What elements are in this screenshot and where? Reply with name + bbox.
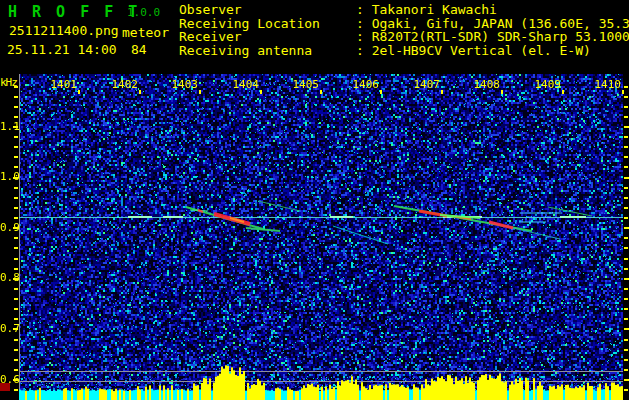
axis-tick	[624, 197, 628, 199]
axis-tick	[14, 156, 18, 158]
info-separator: :	[356, 44, 372, 58]
axis-tick	[624, 126, 629, 128]
axis-tick	[441, 90, 443, 94]
axis-tick	[624, 389, 628, 391]
freq-tick-label: 0.9	[0, 222, 14, 233]
info-label: Receiving Location	[179, 17, 356, 31]
info-row-observer: Observer: Takanori Kawachi	[179, 3, 629, 17]
axis-tick	[624, 318, 628, 320]
info-separator: :	[356, 30, 372, 44]
axis-tick	[624, 96, 628, 98]
axis-tick	[260, 90, 262, 94]
axis-tick	[14, 207, 18, 209]
axis-tick	[14, 288, 18, 290]
axis-tick	[14, 187, 18, 189]
axis-tick	[624, 359, 628, 361]
axis-tick	[624, 349, 628, 351]
freq-tick-label: 0.6	[0, 374, 14, 385]
freq-tick-label: 1.1	[0, 121, 14, 132]
axis-tick	[14, 146, 18, 148]
axis-tick	[624, 146, 628, 148]
axis-tick	[320, 90, 322, 94]
freq-tick-label: 1.0	[0, 171, 14, 182]
axis-tick	[14, 308, 18, 310]
axis-tick	[624, 308, 628, 310]
axis-tick	[14, 136, 18, 138]
info-label: Receiver	[179, 30, 356, 44]
axis-tick	[14, 359, 18, 361]
axis-tick	[624, 379, 629, 381]
axis-tick	[14, 258, 18, 260]
freq-tick-label: 0.7	[0, 323, 14, 334]
axis-tick	[624, 116, 628, 118]
axis-tick	[14, 318, 18, 320]
axis-tick	[624, 207, 628, 209]
axis-tick	[14, 106, 18, 108]
info-label: Receiving antenna	[179, 44, 356, 58]
axis-tick	[624, 166, 628, 168]
time-tick-label: 1404	[227, 79, 259, 90]
time-tick-label: 1401	[45, 79, 77, 90]
time-tick-label: 1406	[347, 79, 379, 90]
axis-tick	[624, 106, 628, 108]
time-tick-label: 1408	[468, 79, 500, 90]
axis-tick	[562, 90, 564, 94]
axis-tick	[624, 227, 629, 229]
axis-tick	[624, 156, 628, 158]
station-info-block: Observer: Takanori Kawachi Receiving Loc…	[179, 3, 629, 57]
mode-label: meteor	[122, 25, 169, 40]
axis-tick	[14, 247, 18, 249]
axis-tick	[624, 187, 628, 189]
axis-tick	[14, 237, 18, 239]
time-tick-label: 1403	[166, 79, 198, 90]
axis-tick	[14, 197, 18, 199]
axis-tick	[380, 90, 382, 94]
axis-tick	[78, 90, 80, 94]
axis-tick	[622, 90, 624, 94]
hrofft-window: H R O F F T 1.0.0 2511211400.png meteor …	[0, 0, 629, 400]
axis-tick	[501, 90, 503, 94]
axis-tick	[624, 237, 628, 239]
axis-tick	[624, 268, 628, 270]
axis-tick	[14, 96, 18, 98]
axis-tick	[139, 90, 141, 94]
info-value: 2el-HB9CV Vertical (el. E-W)	[372, 44, 591, 58]
info-separator: :	[356, 17, 372, 31]
info-value: Takanori Kawachi	[372, 3, 497, 17]
app-title: H R O F F T	[8, 3, 140, 21]
axis-tick	[624, 369, 628, 371]
info-value: R820T2(RTL-SDR) SDR-Sharp 53.1000MHz	[372, 30, 629, 44]
time-tick-label: 1407	[408, 79, 440, 90]
axis-tick	[14, 166, 18, 168]
axis-tick	[624, 217, 628, 219]
spectrogram-canvas	[19, 74, 623, 400]
axis-tick	[14, 339, 18, 341]
axis-tick	[624, 247, 628, 249]
axis-tick	[624, 86, 628, 88]
axis-tick	[14, 116, 18, 118]
info-row-location: Receiving Location: Ogaki, Gifu, JAPAN (…	[179, 17, 629, 31]
info-row-antenna: Receiving antenna: 2el-HB9CV Vertical (e…	[179, 44, 629, 58]
time-tick-label: 1410	[589, 79, 621, 90]
axis-tick	[14, 298, 18, 300]
axis-tick	[14, 217, 18, 219]
info-row-receiver: Receiver: R820T2(RTL-SDR) SDR-Sharp 53.1…	[179, 30, 629, 44]
datetime-label: 25.11.21 14:00	[7, 42, 117, 57]
axis-tick	[624, 278, 629, 280]
info-value: Ogaki, Gifu, JAPAN (136.60E, 35.35N)	[372, 17, 629, 31]
axis-tick	[624, 328, 629, 330]
axis-tick	[624, 258, 628, 260]
axis-tick	[624, 298, 628, 300]
info-label: Observer	[179, 3, 356, 17]
axis-tick	[624, 288, 628, 290]
output-filename: 2511211400.png	[9, 23, 119, 38]
axis-tick	[199, 90, 201, 94]
axis-tick	[14, 349, 18, 351]
app-version: 1.0.0	[127, 6, 160, 19]
freq-tick-label: 0.8	[0, 272, 14, 283]
axis-tick	[14, 268, 18, 270]
axis-tick	[624, 177, 629, 179]
axis-tick	[624, 339, 628, 341]
axis-tick	[14, 369, 18, 371]
time-tick-label: 1402	[106, 79, 138, 90]
